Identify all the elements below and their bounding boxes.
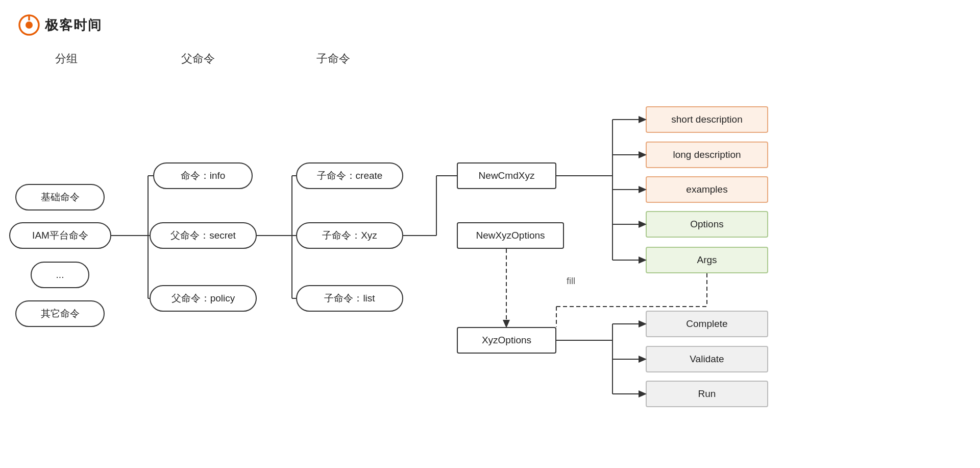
svg-point-1: [26, 21, 33, 29]
attr-validate: Validate: [646, 346, 768, 372]
group-node-1: IAM平台命令: [9, 222, 111, 249]
group-node-2: ...: [31, 262, 89, 288]
sub-node-2: 子命令：list: [296, 285, 403, 312]
logo-text: 极客时间: [45, 16, 102, 34]
attr-long-description: long description: [646, 142, 768, 168]
attr-short-description: short description: [646, 106, 768, 133]
attr-examples: examples: [646, 176, 768, 203]
attr-args: Args: [646, 247, 768, 273]
lines-svg: [0, 41, 980, 468]
fill-label: fill: [567, 276, 575, 287]
group-node-0: 基础命令: [15, 184, 105, 210]
parent-node-0: 命令：info: [153, 162, 253, 189]
attr-options: Options: [646, 211, 768, 238]
logo-area: 极客时间: [18, 14, 102, 36]
header-group: 分组: [55, 51, 78, 66]
sub-node-0: 子命令：create: [296, 162, 403, 189]
struct-node-NewXyzOptions: NewXyzOptions: [457, 222, 564, 249]
parent-node-1: 父命令：secret: [150, 222, 257, 249]
logo-icon: [18, 14, 40, 36]
struct-node-NewCmdXyz: NewCmdXyz: [457, 162, 556, 189]
parent-node-2: 父命令：policy: [150, 285, 257, 312]
sub-node-1: 子命令：Xyz: [296, 222, 403, 249]
header-sub-cmd: 子命令: [316, 51, 350, 66]
diagram: 分组 父命令 子命令 基础命令 IAM平台命令 ... 其它命令 命令：info…: [0, 41, 980, 468]
attr-complete: Complete: [646, 311, 768, 337]
attr-run: Run: [646, 381, 768, 407]
struct-node-XyzOptions: XyzOptions: [457, 327, 556, 354]
header-parent-cmd: 父命令: [181, 51, 215, 66]
group-node-3: 其它命令: [15, 300, 105, 327]
